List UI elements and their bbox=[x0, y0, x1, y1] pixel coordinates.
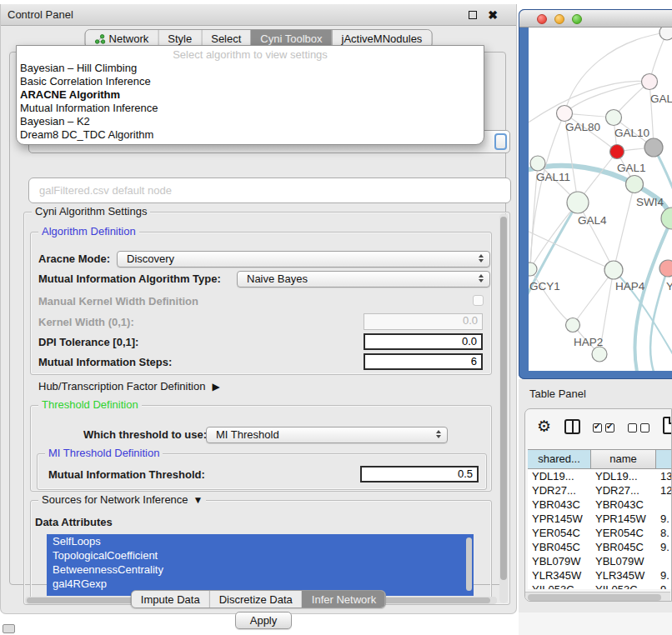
dpi-tolerance-field[interactable]: 0.0 bbox=[364, 333, 483, 350]
attribute-item[interactable]: TopologicalCoefficient bbox=[47, 548, 474, 562]
network-node[interactable] bbox=[604, 261, 623, 279]
table-row[interactable]: YPR145WYPR145W9. bbox=[528, 512, 672, 526]
table-cell: YLR345W bbox=[591, 568, 656, 582]
mi-steps-label: Mutual Information Steps: bbox=[38, 356, 172, 368]
mi-steps-field[interactable]: 6 bbox=[364, 353, 483, 370]
hub-definition-expander[interactable]: Hub/Transcription Factor Definition ▶ bbox=[38, 380, 220, 392]
table-row[interactable]: YDR27...YDR27...12 bbox=[528, 483, 672, 498]
data-attributes-label: Data Attributes bbox=[35, 516, 113, 528]
network-node[interactable] bbox=[557, 106, 573, 122]
dpi-tolerance-label: DPI Tolerance [0,1]: bbox=[38, 336, 138, 348]
mi-threshold-field[interactable]: 0.5 bbox=[360, 466, 479, 482]
kernel-width-field[interactable]: 0.0 bbox=[364, 313, 483, 330]
table-cell: 9. bbox=[656, 540, 672, 554]
network-node[interactable] bbox=[644, 138, 663, 157]
algorithm-option[interactable]: Dream8 DC_TDC Algorithm bbox=[17, 128, 484, 142]
attribute-item[interactable]: BetweennessCentrality bbox=[47, 562, 474, 577]
attribute-item[interactable]: gal4RGexp bbox=[47, 577, 474, 591]
column-header[interactable]: shared... bbox=[528, 450, 591, 468]
table-cell: YBR043C bbox=[528, 498, 591, 512]
network-icon bbox=[95, 34, 106, 44]
gear-icon[interactable]: ⚙ bbox=[537, 417, 551, 436]
sources-expander[interactable]: Sources for Network Inference ▼ bbox=[38, 494, 206, 506]
control-panel-title: Control Panel bbox=[8, 4, 73, 26]
network-node[interactable] bbox=[626, 176, 644, 193]
table-cell: YLR345W bbox=[528, 568, 591, 582]
table-cell: 8. bbox=[656, 526, 672, 540]
node-label: GAL10 bbox=[614, 127, 649, 139]
tab-impute-data[interactable]: Impute Data bbox=[132, 591, 209, 608]
table-header-row: shared...name bbox=[528, 449, 672, 469]
sources-title: Sources for Network Inference bbox=[42, 494, 188, 506]
combo-stepper-focused[interactable] bbox=[494, 133, 507, 150]
table-cell: YER054C bbox=[591, 526, 656, 540]
table-row[interactable]: YIL053CYIL053C9 bbox=[528, 582, 672, 589]
deselect-all-columns-icon[interactable] bbox=[628, 423, 649, 432]
network-node[interactable] bbox=[592, 347, 607, 362]
column-header[interactable]: name bbox=[591, 450, 656, 468]
combo-stepper-icon bbox=[479, 274, 484, 282]
node-label: Y bbox=[666, 280, 672, 292]
network-canvas[interactable]: GALGAL80GAL10GAL1GAL11SWI4GAL4GCY1HAP4YH… bbox=[529, 28, 672, 371]
apply-button[interactable]: Apply bbox=[235, 612, 292, 629]
algorithm-option[interactable]: ARACNE Algorithm bbox=[17, 88, 484, 102]
table-panel-container: ⚙ shared...name YDL19...YDL19...13YDR27.… bbox=[524, 408, 672, 602]
settings-vertical-scrollbar[interactable] bbox=[499, 213, 508, 603]
aracne-mode-combo[interactable]: Discovery bbox=[117, 251, 490, 268]
table-row[interactable]: YBR045CYBR045C9. bbox=[528, 540, 672, 554]
collapsed-panel-icon[interactable] bbox=[3, 624, 15, 633]
tab-infer-network[interactable]: Infer Network bbox=[302, 591, 385, 608]
algorithm-option[interactable]: Basic Correlation Inference bbox=[17, 75, 484, 88]
network-node[interactable] bbox=[530, 156, 545, 171]
network-node[interactable] bbox=[606, 110, 622, 126]
network-node[interactable] bbox=[529, 262, 537, 276]
table-toolbar: ⚙ bbox=[525, 409, 671, 447]
network-node[interactable] bbox=[642, 74, 658, 90]
network-node[interactable] bbox=[567, 192, 589, 213]
split-columns-icon[interactable] bbox=[564, 419, 580, 434]
attribute-item[interactable]: SelfLoops bbox=[47, 534, 474, 548]
kernel-width-label: Kernel Width (0,1): bbox=[38, 316, 134, 328]
table-row[interactable]: YBR043CYBR043C bbox=[528, 498, 672, 512]
tab-discretize-data[interactable]: Discretize Data bbox=[209, 591, 302, 608]
collapse-arrow-icon: ▼ bbox=[193, 494, 203, 506]
select-all-columns-icon[interactable] bbox=[593, 423, 614, 432]
manual-kernel-checkbox[interactable] bbox=[473, 295, 484, 306]
aracne-mode-label: Aracne Mode: bbox=[38, 252, 110, 265]
algorithm-definition-title: Algorithm Definition bbox=[38, 226, 139, 238]
table-row[interactable]: YLR345WYLR345W9. bbox=[528, 568, 672, 582]
node-label: SWI4 bbox=[636, 196, 664, 208]
algorithm-option[interactable]: Bayesian – Hill Climbing bbox=[17, 62, 484, 75]
mi-threshold-label: Mutual Information Threshold: bbox=[48, 468, 205, 481]
network-node[interactable] bbox=[659, 260, 672, 277]
minimize-window-icon[interactable] bbox=[554, 14, 564, 24]
hub-definition-label: Hub/Transcription Factor Definition bbox=[38, 380, 205, 392]
zoom-window-icon[interactable] bbox=[572, 14, 582, 24]
close-panel-icon[interactable]: ✖ bbox=[488, 8, 498, 22]
table-horizontal-scrollbar[interactable] bbox=[525, 592, 670, 602]
network-node[interactable] bbox=[661, 208, 672, 229]
network-node-labels: GALGAL80GAL10GAL1GAL11SWI4GAL4GCY1HAP4YH… bbox=[529, 92, 672, 348]
table-cell: 13 bbox=[656, 469, 672, 483]
mi-type-combo[interactable]: Naive Bayes bbox=[237, 271, 490, 288]
table-row[interactable]: YBL079WYBL079W bbox=[528, 554, 672, 568]
algorithm-option[interactable]: Bayesian – K2 bbox=[17, 115, 484, 128]
close-window-icon[interactable] bbox=[537, 14, 547, 24]
algorithm-option[interactable]: Mutual Information Inference bbox=[17, 102, 484, 115]
which-threshold-combo[interactable]: MI Threshold bbox=[206, 427, 448, 443]
node-label: GAL11 bbox=[536, 171, 570, 183]
table-row[interactable]: YDL19...YDL19...13 bbox=[528, 469, 672, 483]
float-panel-icon[interactable] bbox=[469, 11, 477, 19]
table-cell: YDR27... bbox=[528, 483, 591, 498]
data-table-combo[interactable]: galFiltered.csv default node bbox=[28, 178, 511, 203]
table-row[interactable]: YER054CYER054C8. bbox=[528, 526, 672, 540]
network-window-titlebar[interactable] bbox=[519, 10, 672, 28]
network-node[interactable] bbox=[610, 145, 624, 159]
column-header[interactable] bbox=[656, 450, 672, 468]
new-table-icon[interactable] bbox=[663, 417, 672, 434]
which-threshold-value: MI Threshold bbox=[216, 428, 279, 441]
network-node[interactable] bbox=[659, 28, 672, 40]
network-view-window: GALGAL80GAL10GAL1GAL11SWI4GAL4GCY1HAP4YH… bbox=[519, 9, 672, 379]
network-node[interactable] bbox=[566, 318, 580, 332]
list-scrollbar[interactable] bbox=[466, 538, 472, 591]
